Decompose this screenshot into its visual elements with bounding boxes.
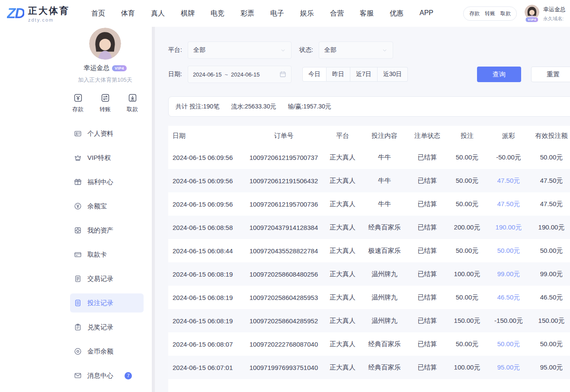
sidebar-item-transaction-record[interactable]: 交易记录 <box>70 269 144 288</box>
table-row: 2024-06-15 06:09:561009720612191506432正大… <box>168 169 570 192</box>
transaction-record-icon <box>74 275 82 283</box>
cell-order-status: 已结算 <box>409 363 446 372</box>
range-yesterday[interactable]: 昨日 <box>327 67 350 82</box>
sidebar-item-gold-coin[interactable]: 金币余额 <box>70 342 144 361</box>
message-icon <box>74 372 82 379</box>
status-select[interactable]: 全部 <box>319 41 393 59</box>
cell-order-no: 1009720258604285952 <box>243 317 325 325</box>
page-body: 幸运金总 VIP4 加入正大体育第105天 存款转账取款 个人资料VIP特权福利… <box>0 27 570 392</box>
nav-item-1[interactable]: 首页 <box>91 9 105 18</box>
table-header-row: 日期订单号平台投注内容注单状态投注派彩有效投注额 <box>168 126 570 146</box>
cell-date: 2024-06-15 06:09:56 <box>168 201 243 208</box>
range-last7days[interactable]: 近7日 <box>350 67 378 82</box>
main-nav: 首页体育真人棋牌电竞彩票电子娱乐合营客服优惠APP <box>91 9 433 18</box>
cell-platform: 正大真人 <box>325 200 360 208</box>
cell-bet-content: 牛牛 <box>360 177 409 185</box>
sidebar-item-coin[interactable]: 余额宝 <box>70 197 144 216</box>
platform-select[interactable]: 全部 <box>188 41 291 59</box>
sidebar-item-label: 余额宝 <box>87 202 107 210</box>
header-avatar[interactable]: VIP4 <box>525 5 539 19</box>
sidebar-item-id-card[interactable]: 个人资料 <box>70 124 144 143</box>
sidebar-item-bet-record[interactable]: 投注记录 <box>70 293 144 312</box>
sidebar-item-vip-crown[interactable]: VIP特权 <box>70 148 144 167</box>
range-last30days[interactable]: 近30日 <box>378 67 408 82</box>
quick-action-label: 转账 <box>99 105 111 113</box>
date-from: 2024-06-15 <box>193 71 222 78</box>
join-days-text: 加入正大体育第105天 <box>78 76 132 84</box>
col-header-bet-content: 投注内容 <box>360 132 409 140</box>
quick-action-withdraw[interactable]: 取款 <box>127 93 138 113</box>
cell-date: 2024-06-15 06:08:19 <box>168 271 243 278</box>
brand-domain: zdty.com <box>28 17 70 22</box>
nav-item-9[interactable]: 合营 <box>330 9 344 18</box>
col-header-order-no: 订单号 <box>243 132 325 140</box>
cell-valid-bet: 95.00元 <box>529 363 570 372</box>
sidebar-item-label: 消息中心 <box>87 372 113 380</box>
query-button[interactable]: 查询 <box>477 67 521 82</box>
cell-payout: 46.50元 <box>488 293 529 302</box>
avatar-image <box>89 28 121 60</box>
sidebar-quick-actions: 存款转账取款 <box>58 93 152 113</box>
bet-record-icon <box>74 299 82 307</box>
wallet-quick-links-pill: 存款转账取款 <box>463 6 517 21</box>
nav-item-6[interactable]: 彩票 <box>240 9 254 18</box>
date-range-picker[interactable]: 2024-06-15 ~ 2024-06-15 <box>188 66 291 83</box>
cell-order-status: 已结算 <box>409 317 446 325</box>
brand-logo[interactable]: ZD 正大体育 zdty.com <box>7 5 70 22</box>
nav-item-12[interactable]: APP <box>419 9 433 18</box>
cell-payout: 50.00元 <box>488 340 529 348</box>
reset-button[interactable]: 重置 <box>531 67 570 82</box>
sidebar-item-label: 取款卡 <box>87 251 107 259</box>
sidebar-item-feedback[interactable]: 意见反馈 <box>70 390 144 392</box>
date-to: 2024-06-15 <box>231 71 260 78</box>
calendar-icon <box>279 71 286 78</box>
nav-item-10[interactable]: 客服 <box>360 9 374 18</box>
nav-item-8[interactable]: 娱乐 <box>300 9 314 18</box>
table-row: 2024-06-15 06:08:191009720258604285952正大… <box>168 309 570 332</box>
cell-payout: 50.00元 <box>488 247 529 255</box>
cell-order-status: 已结算 <box>409 153 446 162</box>
cell-valid-bet: 46.50元 <box>529 293 570 302</box>
cell-order-status: 已结算 <box>409 177 446 185</box>
table-row: 2024-06-15 06:08:191009720258608480256正大… <box>168 262 570 286</box>
brand-name: 正大体育 <box>28 5 70 17</box>
header-quick-link-2[interactable]: 转账 <box>485 10 495 17</box>
coin-icon <box>74 202 82 210</box>
sidebar-item-message[interactable]: 消息中心7 <box>70 366 144 385</box>
platform-select-value: 全部 <box>193 46 205 54</box>
sidebar-scrollbar[interactable] <box>152 27 155 392</box>
nav-item-3[interactable]: 真人 <box>151 9 165 18</box>
nav-item-11[interactable]: 优惠 <box>390 9 403 18</box>
cell-bet-amount: 50.00元 <box>446 200 488 208</box>
sidebar-item-assets[interactable]: 我的资产 <box>70 221 144 240</box>
header-quick-link-1[interactable]: 存款 <box>469 10 480 17</box>
sidebar-menu: 个人资料VIP特权福利中心余额宝我的资产取款卡交易记录投注记录兑奖记录金币余额消… <box>58 124 152 392</box>
transfer-icon <box>101 93 110 102</box>
nav-item-4[interactable]: 棋牌 <box>181 9 195 18</box>
range-today[interactable]: 今日 <box>302 67 327 82</box>
nav-item-7[interactable]: 电子 <box>270 9 284 18</box>
col-header-order-status: 注单状态 <box>409 132 446 140</box>
platform-label: 平台: <box>168 46 182 54</box>
cell-bet-content: 极速百家乐 <box>360 247 409 255</box>
cell-date: 2024-06-15 06:08:58 <box>168 224 243 231</box>
sidebar-item-bank-card[interactable]: 取款卡 <box>70 245 144 264</box>
cell-platform: 正大真人 <box>325 153 360 162</box>
sidebar-item-gift[interactable]: 福利中心 <box>70 172 144 191</box>
sidebar-item-redeem-record[interactable]: 兑奖记录 <box>70 318 144 337</box>
summary-segment-2: 流水:25633.30元 <box>231 103 276 111</box>
quick-action-transfer[interactable]: 转账 <box>99 93 111 113</box>
cell-order-no: 1009720612195700737 <box>243 154 325 161</box>
quick-action-deposit[interactable]: 存款 <box>72 93 83 113</box>
cell-payout: 95.00元 <box>488 363 529 372</box>
deposit-icon <box>74 93 83 102</box>
cell-date: 2024-06-15 06:07:01 <box>168 364 243 371</box>
nav-item-5[interactable]: 电竞 <box>211 9 224 18</box>
quick-range-group: 今日昨日近7日近30日 <box>302 67 408 82</box>
bet-records-table: 日期订单号平台投注内容注单状态投注派彩有效投注额 2024-06-15 06:0… <box>168 126 570 392</box>
redeem-record-icon <box>74 323 82 331</box>
nav-item-2[interactable]: 体育 <box>121 9 135 18</box>
filter-row-date: 日期: 2024-06-15 ~ 2024-06-15 今日昨日近7日近30日 … <box>168 66 570 83</box>
cell-valid-bet: 50.00元 <box>529 247 570 255</box>
header-quick-link-3[interactable]: 取款 <box>500 10 511 17</box>
